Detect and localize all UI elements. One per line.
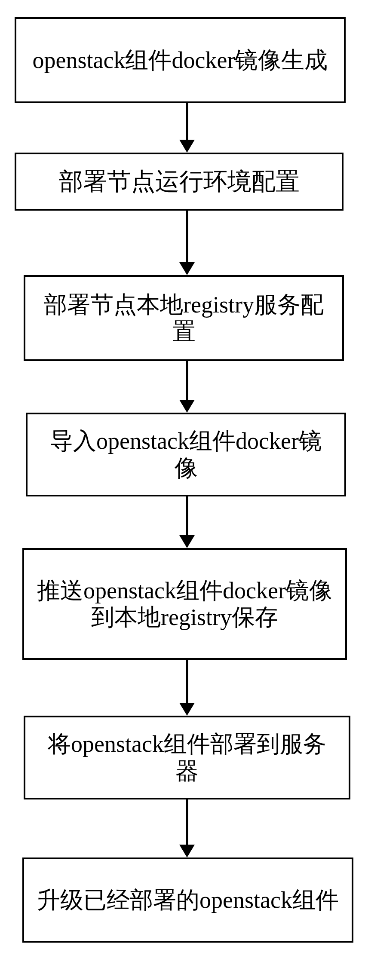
flow-node-7-label: 升级已经部署的openstack组件 <box>37 887 339 913</box>
arrow-3-4 <box>178 361 196 413</box>
flow-node-6: 将openstack组件部署到服务器 <box>24 716 350 799</box>
flow-node-1: openstack组件docker镜像生成 <box>15 17 346 103</box>
flow-node-1-label: openstack组件docker镜像生成 <box>33 47 328 74</box>
arrow-6-7 <box>178 799 196 858</box>
flowchart-canvas: openstack组件docker镜像生成 部署节点运行环境配置 部署节点本地r… <box>0 0 365 980</box>
arrow-4-5 <box>178 496 196 548</box>
flow-node-5: 推送openstack组件docker镜像到本地registry保存 <box>22 548 347 660</box>
arrow-1-2 <box>178 103 196 153</box>
flow-node-2: 部署节点运行环境配置 <box>15 153 344 211</box>
flow-node-5-label: 推送openstack组件docker镜像到本地registry保存 <box>36 577 333 631</box>
flow-node-6-label: 将openstack组件部署到服务器 <box>37 731 337 784</box>
arrow-5-6 <box>178 660 196 716</box>
flow-node-4-label: 导入openstack组件docker镜像 <box>40 428 332 481</box>
flow-node-3: 部署节点本地registry服务配置 <box>24 275 344 361</box>
flow-node-7: 升级已经部署的openstack组件 <box>22 858 353 943</box>
flow-node-3-label: 部署节点本地registry服务配置 <box>37 291 330 345</box>
flow-node-4: 导入openstack组件docker镜像 <box>26 413 346 496</box>
arrow-2-3 <box>178 211 196 275</box>
flow-node-2-label: 部署节点运行环境配置 <box>59 168 300 195</box>
